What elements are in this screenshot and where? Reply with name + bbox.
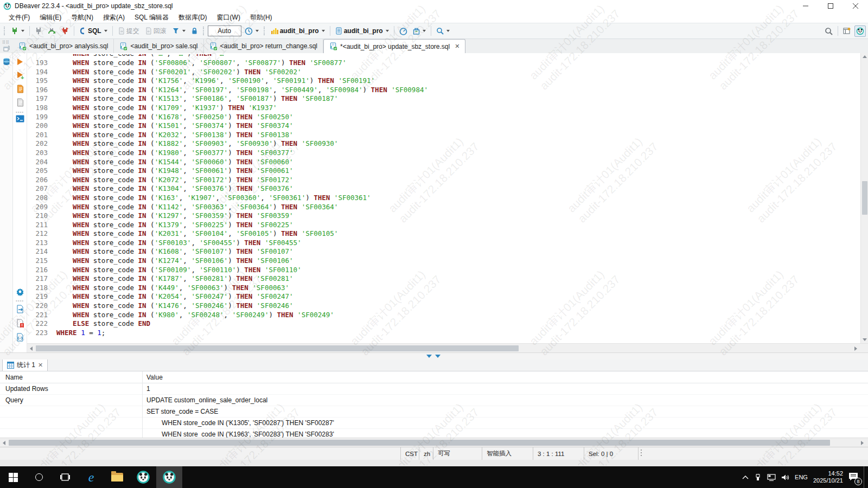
action-center-button[interactable]: 8 (848, 472, 858, 483)
network-icon[interactable] (767, 474, 776, 481)
sql-console-button[interactable] (16, 115, 24, 123)
code-line[interactable]: 203 WHEN store_code IN ('K1980', 'SF0037… (27, 149, 868, 158)
menu-item[interactable]: 帮助(H) (246, 12, 277, 23)
execute-script-button[interactable] (16, 85, 24, 93)
transaction-mode-button[interactable] (170, 25, 188, 36)
code-line[interactable]: 212 WHEN store_code IN ('K2031', 'SF0010… (27, 229, 868, 239)
speaker-icon[interactable] (781, 474, 789, 481)
script-output-button[interactable] (16, 333, 24, 342)
close-button[interactable] (843, 0, 868, 12)
status-language[interactable]: zh (419, 447, 433, 460)
hscroll-thumb[interactable] (9, 440, 830, 446)
dbeaver-taskbar-button[interactable] (130, 466, 156, 488)
rollback-button[interactable]: 回滚 (143, 25, 169, 37)
export-result-button[interactable] (16, 305, 24, 313)
menu-item[interactable]: 窗口(W) (213, 12, 245, 23)
close-tab-icon[interactable]: ✕ (455, 43, 459, 50)
commit-type-button[interactable] (411, 26, 428, 36)
reconnect-button[interactable] (46, 25, 58, 36)
editor-settings-button[interactable] (16, 287, 24, 296)
commit-button[interactable]: 提交 (116, 25, 142, 37)
editor-tab[interactable]: <audit_bi_pro> analysis.sql (13, 39, 114, 53)
code-line[interactable]: 221 WHEN store_code IN ('K980', 'SF00248… (27, 311, 868, 320)
minimize-button[interactable] (793, 0, 818, 12)
active-database-combo[interactable]: audit_bi_pro (333, 25, 391, 36)
task-view-button[interactable] (52, 466, 78, 488)
file-explorer-button[interactable] (104, 466, 130, 488)
code-line[interactable]: 206 WHEN store_code IN ('K2072', 'SF0017… (27, 176, 868, 185)
code-line[interactable]: 194 WHEN store_code IN ('SF00201', 'SF00… (27, 68, 868, 77)
database-navigator-icon[interactable] (2, 57, 11, 66)
usb-icon[interactable] (754, 473, 762, 481)
code-line[interactable]: 196 WHEN store_code IN ('K1264', 'SF0019… (27, 86, 868, 95)
scroll-down-arrow[interactable] (863, 338, 867, 341)
explain-plan-button[interactable] (16, 98, 24, 107)
dbeaver-perspective-button[interactable] (854, 25, 866, 37)
code-line[interactable]: 200 WHEN store_code IN ('K1501', 'SF0037… (27, 121, 868, 131)
search-data-button[interactable] (434, 25, 452, 36)
search-taskbar-button[interactable] (26, 466, 52, 488)
code-line[interactable]: 211 WHEN store_code IN ('K1379', 'SF0022… (27, 221, 868, 230)
hscroll-thumb[interactable] (36, 345, 519, 351)
code-line[interactable]: 205 WHEN store_code IN ('K1948', 'SF0006… (27, 166, 868, 176)
sql-editor[interactable]: WHEN store_code IN ('…', '…') THEN '…'19… (27, 53, 868, 352)
restore-panel-icon[interactable] (3, 46, 10, 52)
disconnect-button[interactable] (59, 25, 71, 36)
column-header-name[interactable]: Name (0, 374, 142, 381)
table-row[interactable]: WHEN store_code IN ('K1305', 'SF00287') … (0, 418, 868, 429)
language-indicator[interactable]: ENG (795, 474, 808, 480)
maximize-button[interactable] (818, 0, 843, 12)
transaction-log-button[interactable] (242, 25, 261, 37)
code-line[interactable]: 217 WHEN store_code IN ('K1787', 'SF0028… (27, 274, 868, 284)
code-line[interactable]: 195 WHEN store_code IN ('K1756', 'K1996'… (27, 76, 868, 86)
vscroll-thumb[interactable] (862, 181, 867, 215)
code-line[interactable]: 202 WHEN store_code IN ('K1882', 'SF0090… (27, 139, 868, 149)
code-line[interactable]: 215 WHEN store_code IN ('K1274', 'SF0010… (27, 256, 868, 266)
editor-tab[interactable]: <audit_bi_pro> sale.sql (114, 39, 203, 53)
status-caret-position[interactable]: 3 : 1 : 111 (533, 447, 584, 460)
collapse-down-icon[interactable] (435, 355, 441, 358)
collapse-down-icon[interactable] (426, 355, 432, 358)
status-timezone[interactable]: CST (400, 447, 419, 460)
statistics-tab[interactable]: 统计 1 ✕ (2, 359, 48, 371)
commit-mode-combo[interactable]: Auto (208, 25, 241, 36)
panel-horizontal-scrollbar[interactable] (0, 438, 868, 447)
code-line[interactable]: 199 WHEN store_code IN ('K1678', 'SF0025… (27, 113, 868, 122)
code-line[interactable]: 216 WHEN store_code IN ('SF00109', 'SF00… (27, 266, 868, 275)
menu-item[interactable]: SQL 编辑器 (130, 12, 173, 23)
table-row[interactable]: QueryUPDATE custom_online_sale_order_loc… (0, 395, 868, 406)
editor-vertical-scrollbar[interactable] (860, 53, 868, 343)
scroll-left-arrow[interactable] (3, 441, 5, 445)
status-writable[interactable]: 可写 (433, 447, 482, 460)
code-line[interactable]: 218 WHEN store_code IN ('K449', 'SF00063… (27, 284, 868, 293)
code-line[interactable]: 204 WHEN store_code IN ('K1544', 'SF0006… (27, 158, 868, 167)
menu-item[interactable]: 编辑(E) (35, 12, 66, 23)
code-line[interactable]: 197 WHEN store_code IN ('K1513', 'SF0018… (27, 94, 868, 104)
dashboard-button[interactable] (397, 25, 410, 37)
code-line[interactable]: 222 ELSE store_code END (27, 319, 868, 329)
table-row[interactable]: Updated Rows1 (0, 383, 868, 395)
code-line[interactable]: 209 WHEN store_code IN ('K1142', 'SF0036… (27, 203, 868, 212)
code-line[interactable]: 198 WHEN store_code IN ('K1709', 'K1937'… (27, 104, 868, 113)
column-header-value[interactable]: Value (142, 374, 163, 381)
scroll-up-arrow[interactable] (863, 55, 867, 58)
code-line[interactable]: 193 WHEN store_code IN ('SF00806', 'SF00… (27, 59, 868, 68)
code-line[interactable]: 223WHERE 1 = 1; (27, 329, 868, 338)
new-connection-button[interactable] (9, 25, 27, 36)
connect-button[interactable] (33, 25, 44, 36)
menu-item[interactable]: 搜索(A) (99, 12, 129, 23)
scroll-right-arrow[interactable] (854, 346, 857, 351)
sql-editor-button[interactable]: SQL (77, 25, 110, 36)
show-desktop-button[interactable] (864, 466, 866, 488)
table-row[interactable]: WHEN store_code IN ('K1963', 'SF00283') … (0, 429, 868, 438)
code-line[interactable]: 214 WHEN store_code IN ('K1608', 'SF0010… (27, 247, 868, 256)
editor-horizontal-scrollbar[interactable] (27, 343, 868, 352)
editor-tab-active[interactable]: *<audit_bi_pro> update_sbz_store.sql✕ (323, 39, 465, 53)
editor-tab[interactable]: <audit_bi_pro> return_change.sql (204, 39, 323, 53)
validate-file-button[interactable] (16, 319, 24, 328)
code-area[interactable]: WHEN store_code IN ('…', '…') THEN '…'19… (27, 53, 868, 343)
dbeaver-taskbar-button-active[interactable] (156, 466, 182, 488)
code-line[interactable]: 207 WHEN store_code IN ('K1304', 'SF0037… (27, 184, 868, 194)
quick-access-search-button[interactable] (822, 25, 835, 37)
scroll-right-arrow[interactable] (861, 441, 864, 445)
